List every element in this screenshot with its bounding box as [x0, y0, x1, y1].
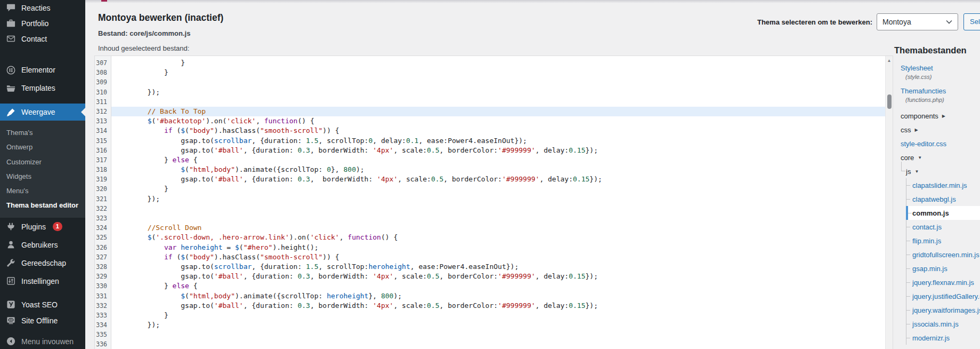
submenu-item-menu-s[interactable]: Menu's: [0, 184, 85, 198]
code-line-311[interactable]: 311: [95, 97, 893, 107]
theme-file-link[interactable]: flip.min.js: [912, 237, 941, 245]
theme-file-link[interactable]: jquery.justifiedGallery.min.js: [912, 292, 980, 300]
code-line-324[interactable]: 324 //Scroll Down: [95, 223, 893, 233]
theme-file-link[interactable]: modernizr.js: [912, 334, 950, 342]
code-line-310[interactable]: 310 });: [95, 88, 893, 97]
theme-file-link[interactable]: gridtofullscreen.min.js: [912, 251, 979, 259]
code-line-330[interactable]: 330 } else {: [95, 281, 893, 291]
sidebar-item-elementor[interactable]: Elementor: [0, 61, 85, 79]
code-line-323[interactable]: 323: [95, 213, 893, 223]
theme-files-list: Stylesheet(style.css)Themafuncties(funct…: [893, 55, 980, 345]
folder-core[interactable]: core▼: [901, 150, 980, 164]
sidebar-item-weergave[interactable]: Weergave: [0, 104, 85, 121]
scrollbar-up-arrow-icon[interactable]: ▲: [886, 58, 893, 63]
theme-select-dropdown[interactable]: Montoya: [877, 13, 958, 30]
theme-file-jssocials-min-js: jssocials.min.js: [906, 317, 980, 331]
sidebar-item-instellingen[interactable]: Instellingen: [0, 272, 85, 290]
folder-components[interactable]: components▶: [901, 109, 980, 123]
theme-file-link[interactable]: clapatslider.min.js: [912, 181, 967, 189]
line-number: 310: [95, 88, 111, 97]
code-text: gsap.to('#ball', {duration: 0.3, borderW…: [111, 272, 885, 281]
yoast-icon: [5, 299, 17, 310]
code-line-307[interactable]: 307 }: [95, 58, 893, 68]
code-text: });: [111, 88, 885, 97]
sidebar-item-contact[interactable]: Contact: [0, 31, 85, 46]
theme-file-link[interactable]: jssocials.min.js: [912, 320, 959, 328]
code-line-325[interactable]: 325 $('.scroll-down, .hero-arrow.link').…: [95, 233, 893, 242]
theme-file-gridtofullscreen-min-js: gridtofullscreen.min.js: [906, 248, 980, 261]
code-text: }: [111, 184, 885, 194]
theme-file-link[interactable]: jquery.flexnav.min.js: [912, 279, 974, 287]
code-text: [111, 97, 885, 107]
sidebar-item-plugins[interactable]: Plugins1: [0, 218, 85, 236]
collapse-menu-label: Menu invouwen: [21, 337, 74, 346]
submenu-item-ontwerp[interactable]: Ontwerp: [0, 140, 85, 154]
code-line-317[interactable]: 317 } else {: [95, 155, 893, 165]
code-line-314[interactable]: 314 if ($("body").hasClass("smooth-scrol…: [95, 126, 893, 136]
code-line-319[interactable]: 319 gsap.to('#ball', {duration: 0.3, bor…: [95, 174, 893, 184]
file-content-label: Inhoud geselecteerd bestand:: [98, 44, 189, 52]
sidebar-item-reacties[interactable]: Reacties: [0, 0, 85, 15]
theme-file-link[interactable]: Stylesheet: [901, 64, 933, 72]
theme-file-link[interactable]: contact.js: [912, 223, 942, 231]
code-line-316[interactable]: 316 gsap.to('#ball', {duration: 0.3, bor…: [95, 146, 893, 155]
code-line-327[interactable]: 327 if ($("body").hasClass("smooth-scrol…: [95, 252, 893, 262]
code-line-329[interactable]: 329 gsap.to('#ball', {duration: 0.3, bor…: [95, 272, 893, 281]
line-number: 332: [95, 301, 111, 311]
code-line-313[interactable]: 313 $('#backtotop').on('click', function…: [95, 116, 893, 126]
sidebar-item-yoast-seo[interactable]: Yoast SEO: [0, 297, 85, 313]
theme-files-title: Themabestanden: [894, 45, 967, 55]
sidebar-item-site-offline[interactable]: Site Offline: [0, 313, 85, 329]
code-line-333[interactable]: 333 }: [95, 311, 893, 320]
code-line-332[interactable]: 332 gsap.to('#ball', {duration: 0.3, bor…: [95, 301, 893, 311]
code-line-318[interactable]: 318 $("html,body").animate({scrollTop: 0…: [95, 165, 893, 174]
submenu-item-customizer[interactable]: Customizer: [0, 155, 85, 169]
code-editor[interactable]: 307 }308 }309310 });311312 // Back To To…: [94, 55, 893, 349]
sidebar-item-portfolio[interactable]: Portfolio: [0, 15, 85, 31]
code-line-321[interactable]: 321 });: [95, 194, 893, 204]
code-text: $("html,body").animate({scrollTop: 0}, 8…: [111, 165, 885, 174]
triangle-down-icon: ▼: [918, 155, 922, 160]
code-line-312[interactable]: 312 // Back To Top: [95, 107, 893, 116]
code-line-308[interactable]: 308 }: [95, 68, 893, 77]
code-line-322[interactable]: 322: [95, 204, 893, 213]
tools-icon: [5, 258, 17, 268]
scrollbar-thumb[interactable]: [887, 94, 892, 109]
code-line-336[interactable]: 336: [95, 339, 893, 349]
code-text: [111, 213, 885, 223]
theme-file-clapatslider-min-js: clapatslider.min.js: [906, 178, 980, 192]
code-line-331[interactable]: 331 $("html,body").animate({scrollTop: h…: [95, 291, 893, 301]
appearance-submenu: Thema'sOntwerpCustomizerWidgetsMenu'sThe…: [0, 121, 85, 218]
theme-file-link[interactable]: common.js: [912, 209, 949, 217]
code-line-328[interactable]: 328 gsap.to(scrollbar, {duration: 1.5, s…: [95, 262, 893, 272]
portfolio-icon: [5, 18, 17, 29]
code-line-335[interactable]: 335: [95, 330, 893, 339]
submenu-item-widgets[interactable]: Widgets: [0, 169, 85, 184]
folder-js[interactable]: js▼: [901, 164, 980, 178]
code-line-309[interactable]: 309: [95, 77, 893, 87]
select-theme-button[interactable]: Selecteren: [963, 13, 980, 30]
sidebar-item-gereedschap[interactable]: Gereedschap: [0, 254, 85, 272]
sidebar-item-templates[interactable]: Templates: [0, 79, 85, 97]
admin-sidebar: ReactiesPortfolioContactElementorTemplat…: [0, 0, 85, 349]
theme-file-link[interactable]: Themafuncties: [901, 87, 946, 95]
line-number: 319: [95, 174, 111, 184]
collapse-menu-button[interactable]: Menu invouwen: [0, 334, 85, 349]
line-number: 315: [95, 136, 111, 146]
plugins-icon: [5, 221, 17, 232]
code-line-320[interactable]: 320 }: [95, 184, 893, 194]
theme-file-link[interactable]: jquery.waitforimages.js: [912, 306, 980, 314]
active-menu-arrow-icon: [77, 108, 85, 116]
code-line-334[interactable]: 334 });: [95, 320, 893, 330]
code-line-315[interactable]: 315 gsap.to(scrollbar, {duration: 1.5, s…: [95, 136, 893, 146]
line-number: 321: [95, 194, 111, 204]
editor-scrollbar[interactable]: ▲: [885, 56, 893, 349]
sidebar-item-gebruikers[interactable]: Gebruikers: [0, 236, 85, 254]
theme-file-link[interactable]: clapatwebgl.js: [912, 195, 956, 203]
theme-file-link[interactable]: style-editor.css: [901, 140, 946, 148]
theme-file-link[interactable]: gsap.min.js: [912, 265, 947, 273]
submenu-item-thema-bestand-editor[interactable]: Thema bestand editor: [0, 198, 85, 212]
code-line-326[interactable]: 326 var heroheight = $("#hero").height()…: [95, 243, 893, 252]
folder-css[interactable]: css▶: [901, 123, 980, 137]
submenu-item-thema-s[interactable]: Thema's: [0, 125, 85, 140]
